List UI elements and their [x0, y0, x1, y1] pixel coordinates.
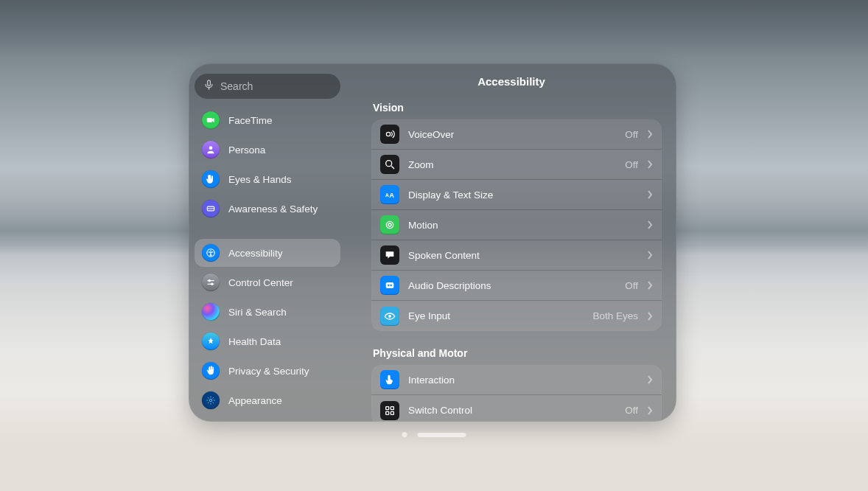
chevron-right-icon: [647, 375, 653, 384]
audio-desc-icon: [380, 276, 399, 295]
row-label: Zoom: [408, 159, 616, 170]
row-voiceover[interactable]: VoiceOver Off: [371, 119, 662, 150]
sidebar-item-privacy-security[interactable]: Privacy & Security: [195, 357, 340, 385]
svg-point-7: [210, 250, 211, 251]
svg-rect-28: [386, 282, 394, 288]
row-audio-descriptions[interactable]: Audio Descriptions Off: [371, 271, 662, 301]
row-switch-control[interactable]: Switch Control Off: [371, 395, 662, 422]
eye-icon: [380, 307, 399, 326]
sidebar-item-appearance[interactable]: Appearance: [195, 386, 340, 414]
svg-point-12: [209, 399, 212, 402]
svg-rect-32: [386, 406, 389, 409]
row-value: Off: [625, 159, 638, 170]
row-label: VoiceOver: [408, 129, 616, 140]
row-label: Motion: [408, 220, 629, 231]
row-value: Off: [625, 405, 638, 416]
search-input[interactable]: [220, 80, 346, 92]
sidebar-item-label: Siri & Search: [228, 307, 287, 318]
svg-line-20: [213, 397, 214, 398]
search-field[interactable]: [195, 74, 340, 99]
appearance-icon: [202, 391, 220, 409]
main-pane: Accessibility Vision VoiceOver Off Zoom: [346, 63, 676, 422]
sidebar-item-accessibility[interactable]: Accessibility: [195, 239, 340, 267]
page-dot[interactable]: [402, 432, 407, 437]
chevron-right-icon: [647, 160, 653, 169]
svg-point-3: [209, 146, 213, 150]
sidebar-item-label: Eyes & Hands: [228, 174, 292, 185]
svg-rect-34: [386, 411, 389, 414]
sidebar-item-label: Persona: [228, 144, 265, 156]
svg-line-19: [208, 403, 209, 403]
svg-rect-35: [391, 411, 393, 414]
section-title-vision: Vision: [371, 99, 662, 119]
sidebar-item-persona[interactable]: Persona: [195, 136, 340, 164]
sidebar: FaceTime Persona Eyes & Hands Awareness …: [189, 63, 346, 422]
chevron-right-icon: [647, 312, 653, 321]
chevron-right-icon: [647, 251, 653, 260]
group-vision: VoiceOver Off Zoom Off AA Displ: [371, 119, 662, 331]
svg-point-9: [209, 280, 210, 282]
motion-icon: [380, 215, 399, 234]
chevron-right-icon: [647, 220, 653, 229]
awareness-icon: [202, 200, 220, 217]
svg-line-17: [208, 397, 209, 398]
sidebar-item-awareness-safety[interactable]: Awareness & Safety: [195, 195, 340, 223]
page-title: Accessibility: [361, 71, 662, 93]
settings-window: FaceTime Persona Eyes & Hands Awareness …: [189, 63, 676, 422]
svg-rect-30: [391, 285, 392, 287]
svg-line-18: [213, 403, 214, 403]
row-label: Eye Input: [408, 310, 584, 321]
chevron-right-icon: [647, 190, 653, 199]
sidebar-item-siri-search[interactable]: Siri & Search: [195, 298, 340, 326]
row-eye-input[interactable]: Eye Input Both Eyes: [371, 301, 662, 331]
sidebar-item-health-data[interactable]: Health Data: [195, 327, 340, 355]
svg-text:A: A: [389, 192, 394, 199]
sidebar-item-label: Appearance: [228, 395, 282, 406]
sidebar-item-facetime[interactable]: FaceTime: [195, 106, 340, 134]
chevron-right-icon: [647, 281, 653, 290]
group-physical-motor: Interaction Switch Control Off: [371, 365, 662, 422]
chevron-right-icon: [647, 406, 653, 415]
sidebar-item-control-center[interactable]: Control Center: [195, 268, 340, 296]
row-display-text-size[interactable]: AA Display & Text Size: [371, 180, 662, 210]
sidebar-item-eyes-hands[interactable]: Eyes & Hands: [195, 165, 340, 193]
row-interaction[interactable]: Interaction: [371, 365, 662, 395]
window-handle[interactable]: [418, 433, 466, 437]
grid-icon: [380, 401, 399, 420]
svg-point-11: [211, 283, 213, 285]
svg-point-22: [386, 161, 392, 167]
accessibility-icon: [202, 244, 220, 262]
row-value: Both Eyes: [592, 310, 638, 321]
svg-point-26: [386, 221, 393, 228]
svg-point-21: [386, 132, 390, 136]
sidebar-item-label: FaceTime: [228, 115, 273, 126]
row-label: Display & Text Size: [408, 189, 629, 201]
section-title-physical-motor: Physical and Motor: [371, 344, 662, 365]
row-zoom[interactable]: Zoom Off: [371, 150, 662, 180]
svg-rect-33: [391, 406, 393, 409]
health-icon: [202, 332, 220, 350]
svg-rect-2: [207, 118, 212, 122]
chevron-right-icon: [647, 130, 653, 139]
row-label: Spoken Content: [408, 250, 629, 261]
speech-bubble-icon: [380, 246, 399, 265]
svg-text:A: A: [385, 192, 389, 198]
sidebar-item-label: Privacy & Security: [228, 366, 309, 377]
svg-point-27: [388, 223, 391, 226]
magnify-icon: [380, 155, 399, 174]
sidebar-item-label: Health Data: [228, 336, 281, 347]
settings-scroll-pane[interactable]: Vision VoiceOver Off Zoom Off: [371, 99, 662, 422]
row-label: Audio Descriptions: [408, 280, 616, 291]
hand-raised-icon: [202, 362, 220, 380]
row-spoken-content[interactable]: Spoken Content: [371, 240, 662, 271]
sidebar-item-label: Awareness & Safety: [228, 203, 318, 215]
svg-rect-0: [208, 80, 211, 86]
row-value: Off: [625, 280, 638, 291]
row-label: Switch Control: [408, 405, 616, 416]
video-icon: [202, 111, 220, 129]
row-motion[interactable]: Motion: [371, 210, 662, 240]
row-value: Off: [625, 129, 638, 140]
tap-icon: [380, 370, 399, 389]
hand-tap-icon: [202, 170, 220, 188]
sidebar-item-label: Accessibility: [228, 248, 283, 259]
